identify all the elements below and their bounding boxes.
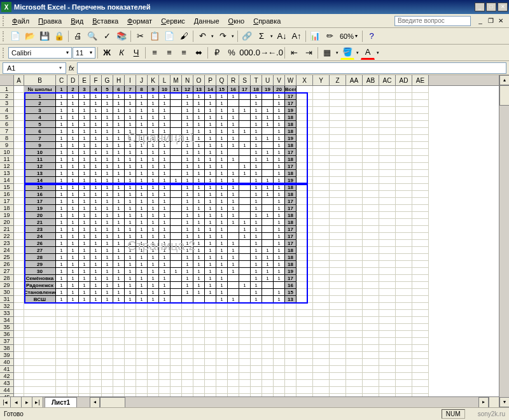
cell[interactable] xyxy=(363,324,379,331)
redo-dropdown[interactable]: ▾ xyxy=(230,34,235,39)
cell[interactable] xyxy=(171,156,182,163)
cell[interactable]: 1 xyxy=(56,268,67,275)
cell[interactable] xyxy=(171,170,182,177)
cell[interactable]: 1 xyxy=(90,268,102,275)
cell[interactable]: 1 xyxy=(193,191,205,198)
cell[interactable]: 28 xyxy=(24,254,56,261)
cell[interactable]: 1 xyxy=(56,226,67,233)
cell[interactable] xyxy=(330,380,346,387)
cell[interactable]: 1 xyxy=(228,177,239,184)
row-header-25[interactable]: 25 xyxy=(0,254,14,261)
cell[interactable] xyxy=(262,352,274,359)
hyperlink-icon[interactable]: 🔗 xyxy=(240,29,254,43)
cell[interactable]: 1 xyxy=(182,177,193,184)
cell[interactable]: 1 xyxy=(90,170,102,177)
cell[interactable] xyxy=(379,205,396,212)
cell[interactable] xyxy=(412,226,429,233)
cell[interactable] xyxy=(67,310,79,317)
cell[interactable]: 1 xyxy=(228,240,239,247)
cell[interactable] xyxy=(171,191,182,198)
cell[interactable] xyxy=(148,373,159,380)
cell[interactable]: 10 xyxy=(24,149,56,156)
cell[interactable] xyxy=(56,345,67,352)
tab-first-icon[interactable]: |◂ xyxy=(0,397,11,407)
cell[interactable] xyxy=(313,394,330,396)
cell[interactable] xyxy=(56,359,67,366)
cell[interactable] xyxy=(363,233,379,240)
undo-icon[interactable]: ↶ xyxy=(195,29,209,43)
cell[interactable] xyxy=(379,310,396,317)
cell[interactable] xyxy=(216,338,228,345)
format-painter-icon[interactable]: 🖌 xyxy=(177,29,191,43)
cell[interactable] xyxy=(313,338,330,345)
cell[interactable]: 1 xyxy=(216,296,228,303)
vscroll-thumb[interactable] xyxy=(499,85,509,106)
cell[interactable]: 26 xyxy=(24,240,56,247)
cell[interactable] xyxy=(205,387,216,394)
cell[interactable] xyxy=(363,142,379,149)
cell[interactable] xyxy=(262,359,274,366)
cell[interactable]: 1 xyxy=(136,114,148,121)
cell[interactable]: 29 xyxy=(24,261,56,268)
cell[interactable] xyxy=(313,233,330,240)
cell[interactable] xyxy=(412,156,429,163)
cell[interactable]: 1 xyxy=(67,135,79,142)
cell[interactable]: 1 xyxy=(113,156,125,163)
cell[interactable]: 1 xyxy=(182,142,193,149)
cell[interactable] xyxy=(148,331,159,338)
cell[interactable] xyxy=(24,345,56,352)
cell[interactable] xyxy=(262,100,274,107)
cell[interactable] xyxy=(14,268,24,275)
cell[interactable] xyxy=(296,394,313,396)
cell[interactable]: 1 xyxy=(205,240,216,247)
cell[interactable]: 1 xyxy=(56,296,67,303)
cell[interactable] xyxy=(171,205,182,212)
open-icon[interactable]: 📂 xyxy=(23,29,37,43)
cell[interactable]: 1 xyxy=(193,149,205,156)
cell[interactable] xyxy=(313,352,330,359)
cell[interactable]: 1 xyxy=(90,128,102,135)
cell[interactable] xyxy=(412,177,429,184)
cell[interactable]: 1 xyxy=(113,100,125,107)
cell[interactable]: 1 xyxy=(193,163,205,170)
cell[interactable] xyxy=(313,226,330,233)
cell[interactable]: 1 xyxy=(79,289,90,296)
cell[interactable]: 1 xyxy=(182,107,193,114)
column-header-AC[interactable]: AC xyxy=(379,75,396,85)
cell[interactable]: 1 xyxy=(274,198,285,205)
cell[interactable]: 1 xyxy=(239,128,251,135)
cell[interactable] xyxy=(159,324,171,331)
cell[interactable] xyxy=(239,345,251,352)
menu-справка[interactable]: Справка xyxy=(249,16,285,26)
cell[interactable]: 18 xyxy=(285,254,296,261)
cell[interactable]: 1 xyxy=(56,191,67,198)
cell[interactable] xyxy=(296,345,313,352)
cell[interactable]: 1 xyxy=(56,289,67,296)
cell[interactable]: 1 xyxy=(67,156,79,163)
cell[interactable] xyxy=(113,310,125,317)
cell[interactable] xyxy=(205,345,216,352)
cell[interactable] xyxy=(102,317,113,324)
cell[interactable] xyxy=(296,352,313,359)
cell[interactable] xyxy=(396,149,412,156)
cell[interactable] xyxy=(102,324,113,331)
cell[interactable] xyxy=(239,93,251,100)
cell[interactable] xyxy=(182,394,193,396)
cell[interactable] xyxy=(330,114,346,121)
cell[interactable]: 1 xyxy=(251,128,262,135)
cell[interactable] xyxy=(274,324,285,331)
cell[interactable]: 1 xyxy=(182,114,193,121)
cell[interactable]: 1 xyxy=(274,275,285,282)
row-header-17[interactable]: 17 xyxy=(0,198,14,205)
cell[interactable]: 1 xyxy=(193,177,205,184)
cell[interactable]: 18 xyxy=(285,121,296,128)
cell[interactable]: 1 xyxy=(251,107,262,114)
cell[interactable]: 1 xyxy=(90,205,102,212)
cell[interactable] xyxy=(228,345,239,352)
cell[interactable] xyxy=(396,324,412,331)
cell[interactable]: 1 xyxy=(251,149,262,156)
cell[interactable]: 1 xyxy=(171,177,182,184)
currency-icon[interactable]: ₽ xyxy=(210,46,224,60)
cell[interactable]: 1 xyxy=(228,205,239,212)
cell[interactable] xyxy=(239,310,251,317)
